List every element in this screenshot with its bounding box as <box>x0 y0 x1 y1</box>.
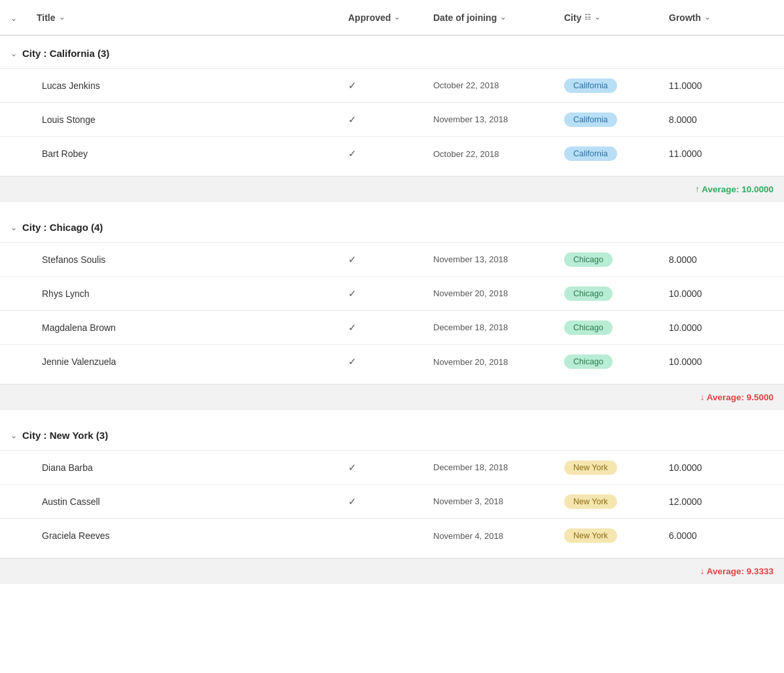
col-approved-label: Approved <box>348 12 391 23</box>
row-city-cell: New York <box>564 528 669 543</box>
col-expand-header: ⌄ <box>10 12 37 23</box>
group-chevron-chicago[interactable]: ⌄ <box>10 223 17 232</box>
approved-checkmark-icon: ✓ <box>348 356 357 367</box>
city-badge: Chicago <box>564 286 613 301</box>
average-value: ↓ Average: 9.3333 <box>700 566 774 576</box>
row-growth-cell: 12.0000 <box>669 496 774 507</box>
col-city-label: City <box>564 12 581 23</box>
row-name-cell: Lucas Jenkins <box>37 80 348 91</box>
row-date-cell: November 13, 2018 <box>433 114 564 124</box>
row-approved-cell: ✓ <box>348 254 433 266</box>
table-row: Jennie Valenzuela✓November 20, 2018Chica… <box>0 345 784 379</box>
table-row: Diana Barba✓December 18, 2018New York10.… <box>0 451 784 485</box>
col-date-label: Date of joining <box>433 12 497 23</box>
row-growth-cell: 10.0000 <box>669 288 774 299</box>
average-row-chicago: ↓ Average: 9.5000 <box>0 384 784 410</box>
row-growth-cell: 11.0000 <box>669 80 774 91</box>
row-city-cell: New York <box>564 494 669 509</box>
row-date-cell: October 22, 2018 <box>433 149 564 159</box>
approved-checkmark-icon: ✓ <box>348 496 357 507</box>
group-title-newyork: City : New York (3) <box>22 430 108 441</box>
col-title-header[interactable]: Title ⌄ <box>37 12 348 23</box>
row-growth-cell: 10.0000 <box>669 322 774 333</box>
row-growth-cell: 8.0000 <box>669 114 774 125</box>
row-name-cell: Rhys Lynch <box>37 288 348 299</box>
city-badge: Chicago <box>564 354 613 369</box>
group-chicago: ⌄City : Chicago (4)Stefanos Soulis✓Novem… <box>0 210 784 410</box>
approved-checkmark-icon: ✓ <box>348 148 357 159</box>
row-date-cell: October 22, 2018 <box>433 80 564 90</box>
city-badge: California <box>564 78 617 93</box>
city-badge: New York <box>564 460 617 475</box>
col-growth-header[interactable]: Growth ⌄ <box>669 12 774 23</box>
row-city-cell: Chicago <box>564 354 669 369</box>
group-california: ⌄City : California (3)Lucas Jenkins✓Octo… <box>0 36 784 202</box>
group-chevron-newyork[interactable]: ⌄ <box>10 431 17 440</box>
row-name-cell: Jennie Valenzuela <box>37 356 348 367</box>
table-row: Lucas Jenkins✓October 22, 2018California… <box>0 69 784 103</box>
group-header-chicago: ⌄City : Chicago (4) <box>0 210 784 243</box>
row-approved-cell: ✓ <box>348 288 433 300</box>
row-name-cell: Diana Barba <box>37 462 348 473</box>
city-badge: California <box>564 112 617 127</box>
table-header: ⌄ Title ⌄ Approved ⌄ Date of joining ⌄ C… <box>0 0 784 36</box>
col-growth-label: Growth <box>669 12 701 23</box>
approved-checkmark-icon: ✓ <box>348 114 357 125</box>
row-name-cell: Bart Robey <box>37 148 348 159</box>
table-row: Louis Stonge✓November 13, 2018California… <box>0 103 784 137</box>
table-row: Graciela ReevesNovember 4, 2018New York6… <box>0 519 784 553</box>
approved-checkmark-icon: ✓ <box>348 462 357 473</box>
city-badge: California <box>564 147 617 161</box>
row-approved-cell: ✓ <box>348 148 433 160</box>
row-date-cell: December 18, 2018 <box>433 322 564 332</box>
col-approved-header[interactable]: Approved ⌄ <box>348 12 433 23</box>
row-approved-cell: ✓ <box>348 114 433 126</box>
row-name-cell: Graciela Reeves <box>37 530 348 541</box>
group-newyork: ⌄City : New York (3)Diana Barba✓December… <box>0 418 784 584</box>
col-city-header[interactable]: City ☷ ⌄ <box>564 12 669 23</box>
row-date-cell: November 3, 2018 <box>433 496 564 506</box>
row-growth-cell: 8.0000 <box>669 254 774 265</box>
row-city-cell: California <box>564 78 669 93</box>
city-badge: New York <box>564 528 617 543</box>
row-name-cell: Austin Cassell <box>37 496 348 507</box>
average-value: ↑ Average: 10.0000 <box>695 184 774 194</box>
table-row: Magdalena Brown✓December 18, 2018Chicago… <box>0 311 784 345</box>
title-sort-icon: ⌄ <box>59 13 65 22</box>
approved-checkmark-icon: ✓ <box>348 288 357 299</box>
row-approved-cell: ✓ <box>348 496 433 508</box>
group-title-chicago: City : Chicago (4) <box>22 222 103 233</box>
group-header-california: ⌄City : California (3) <box>0 36 784 69</box>
approved-checkmark-icon: ✓ <box>348 322 357 333</box>
row-growth-cell: 10.0000 <box>669 462 774 473</box>
row-name-cell: Magdalena Brown <box>37 322 348 333</box>
group-chevron-california[interactable]: ⌄ <box>10 49 17 58</box>
city-badge: New York <box>564 494 617 509</box>
row-city-cell: Chicago <box>564 252 669 267</box>
approved-sort-icon: ⌄ <box>394 13 400 22</box>
average-row-california: ↑ Average: 10.0000 <box>0 176 784 202</box>
city-sort-icon: ⌄ <box>594 13 600 22</box>
row-city-cell: Chicago <box>564 320 669 335</box>
row-name-cell: Louis Stonge <box>37 114 348 125</box>
col-title-label: Title <box>37 12 56 23</box>
row-city-cell: California <box>564 147 669 161</box>
approved-checkmark-icon: ✓ <box>348 254 357 265</box>
average-row-newyork: ↓ Average: 9.3333 <box>0 558 784 584</box>
city-filter-icon: ☷ <box>584 13 591 22</box>
table-container: ⌄ Title ⌄ Approved ⌄ Date of joining ⌄ C… <box>0 0 784 673</box>
row-approved-cell: ✓ <box>348 462 433 474</box>
table-row: Bart Robey✓October 22, 2018California11.… <box>0 137 784 171</box>
row-approved-cell: ✓ <box>348 80 433 92</box>
group-title-california: City : California (3) <box>22 48 109 59</box>
row-growth-cell: 6.0000 <box>669 530 774 541</box>
row-city-cell: California <box>564 112 669 127</box>
row-approved-cell: ✓ <box>348 322 433 334</box>
header-expand-icon[interactable]: ⌄ <box>10 14 17 23</box>
average-value: ↓ Average: 9.5000 <box>700 392 774 402</box>
city-badge: Chicago <box>564 252 613 267</box>
col-date-header[interactable]: Date of joining ⌄ <box>433 12 564 23</box>
table-row: Stefanos Soulis✓November 13, 2018Chicago… <box>0 243 784 277</box>
row-city-cell: Chicago <box>564 286 669 301</box>
group-header-newyork: ⌄City : New York (3) <box>0 418 784 451</box>
